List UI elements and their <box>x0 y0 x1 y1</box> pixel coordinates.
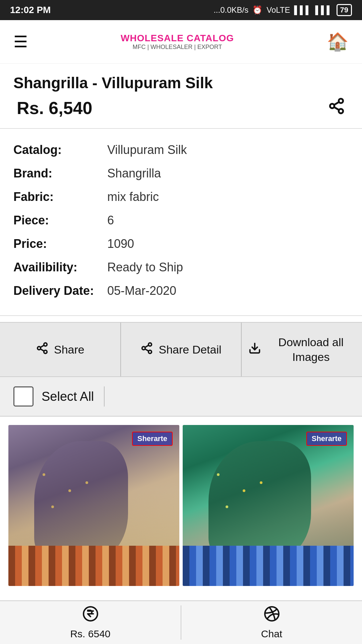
logo: WHOLESALE CATALOG MFC | WHOLESALER | EXP… <box>121 33 234 51</box>
image-grid: Sherarte Sherarte <box>0 417 362 588</box>
rupee-icon <box>82 605 99 626</box>
app-header: ☰ WHOLESALE CATALOG MFC | WHOLESALER | E… <box>0 20 362 64</box>
download-icon <box>248 342 261 358</box>
svg-line-3 <box>334 107 339 110</box>
divider-1 <box>0 128 362 129</box>
saree-figure-right <box>183 425 354 586</box>
battery-indicator: 79 <box>337 4 352 16</box>
detail-availability: Availibility: Ready to Ship <box>13 256 349 279</box>
brand-badge-1: Sherarte <box>132 432 173 446</box>
network-speed: ...0.0KB/s <box>214 5 248 15</box>
share-button[interactable]: Share <box>0 323 120 376</box>
download-all-button[interactable]: Download all Images <box>242 323 362 376</box>
share-icon[interactable] <box>328 97 345 119</box>
share-detail-btn-label: Share Detail <box>159 343 221 356</box>
share-btn-label: Share <box>54 343 84 356</box>
detail-fabric: Fabric: mix fabric <box>13 185 349 209</box>
status-bar: 12:02 PM ...0.0KB/s ⏰ VoLTE ▌▌▌ ▌▌▌ 79 <box>0 0 362 20</box>
price-bottom-label: Rs. 6540 <box>70 628 110 640</box>
product-image-1[interactable]: Sherarte <box>8 425 179 586</box>
chat-label: Chat <box>261 628 282 640</box>
wifi-icon: ▌▌▌ <box>315 5 333 15</box>
chat-button[interactable]: Chat <box>181 601 362 644</box>
product-title: Shangrilla - Villupuram Silk <box>13 74 349 92</box>
svg-line-8 <box>41 349 44 351</box>
divider-2 <box>0 315 362 316</box>
select-all-label: Select All <box>42 389 94 404</box>
product-price: Rs. 6,540 <box>17 98 93 118</box>
whatsapp-icon <box>263 605 280 626</box>
share-detail-icon <box>140 342 153 358</box>
menu-icon[interactable]: ☰ <box>13 34 28 50</box>
price-row: Rs. 6,540 <box>13 97 349 119</box>
logo-text: WHOLESALE CATALOG <box>121 33 234 44</box>
detail-brand: Brand: Shangrilla <box>13 162 349 185</box>
image-placeholder-2: Sherarte <box>183 425 354 586</box>
select-all-divider <box>104 386 105 407</box>
product-image-2[interactable]: Sherarte <box>183 425 354 586</box>
price-button[interactable]: Rs. 6540 <box>0 601 181 644</box>
download-btn-label: Download all Images <box>266 335 355 364</box>
volte-icon: VoLTE <box>266 5 290 15</box>
share-btn-icon <box>36 342 49 358</box>
select-all-bar: Select All <box>0 377 362 417</box>
share-detail-button[interactable]: Share Detail <box>121 323 241 376</box>
logo-sub: MFC | WHOLESALER | EXPORT <box>132 44 222 51</box>
details-table: Catalog: Villupuram Silk Brand: Shangril… <box>0 135 362 309</box>
svg-line-14 <box>145 345 149 347</box>
status-time: 12:02 PM <box>10 5 51 15</box>
action-bar: Share Share Detail Download all Images <box>0 322 362 377</box>
clock-icon: ⏰ <box>252 5 262 15</box>
detail-delivery-date: Delivery Date: 05-Mar-2020 <box>13 279 349 303</box>
saree-figure-left <box>8 425 179 586</box>
select-all-checkbox-area[interactable]: Select All <box>13 386 94 407</box>
home-icon[interactable]: 🏠 <box>327 32 349 52</box>
detail-catalog: Catalog: Villupuram Silk <box>13 138 349 162</box>
signal-icon: ▌▌▌ <box>294 5 311 15</box>
brand-badge-2: Sherarte <box>306 432 347 446</box>
select-all-checkbox[interactable] <box>13 386 34 407</box>
svg-line-4 <box>334 102 339 105</box>
status-icons: ...0.0KB/s ⏰ VoLTE ▌▌▌ ▌▌▌ 79 <box>214 4 352 16</box>
svg-line-13 <box>145 349 149 351</box>
image-placeholder-1: Sherarte <box>8 425 179 586</box>
detail-price: Price: 1090 <box>13 232 349 256</box>
product-header: Shangrilla - Villupuram Silk Rs. 6,540 <box>0 64 362 122</box>
detail-piece: Piece: 6 <box>13 209 349 232</box>
bottom-bar: Rs. 6540 Chat <box>0 600 362 644</box>
svg-line-9 <box>41 345 44 347</box>
